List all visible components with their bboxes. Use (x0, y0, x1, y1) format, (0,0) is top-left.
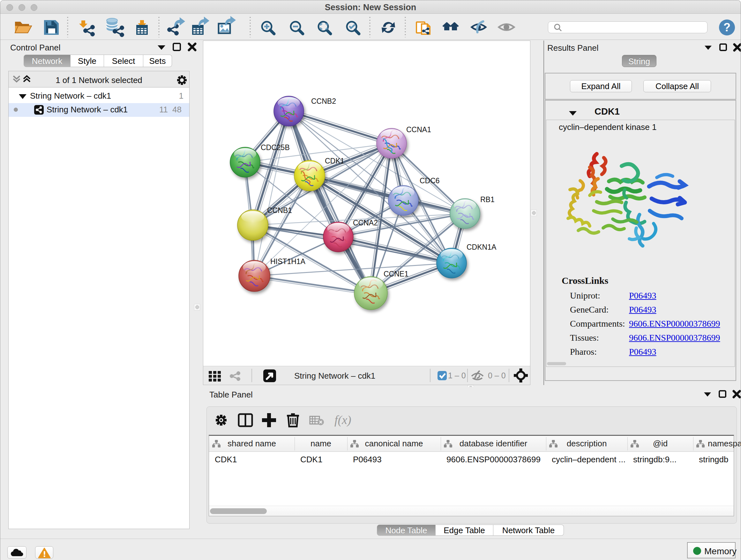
svg-text:CDC25B: CDC25B (261, 143, 290, 152)
svg-text:CCNA1: CCNA1 (406, 125, 431, 134)
svg-text:CCNA2: CCNA2 (353, 219, 378, 227)
svg-text:CDK1: CDK1 (325, 157, 344, 165)
svg-text:String Network – cdk1: String Network – cdk1 (294, 371, 375, 381)
svg-text:?: ? (724, 21, 731, 34)
svg-text:CCNB2: CCNB2 (311, 97, 336, 105)
svg-text:CDKN1A: CDKN1A (467, 243, 496, 251)
svg-text:HIST1H1A: HIST1H1A (270, 257, 306, 266)
svg-text:0 – 0: 0 – 0 (488, 371, 506, 380)
svg-text:f(x): f(x) (334, 413, 351, 427)
svg-text:CDC6: CDC6 (420, 177, 440, 185)
svg-text:CCNB1: CCNB1 (267, 206, 292, 214)
svg-text:CCNE1: CCNE1 (384, 270, 408, 278)
svg-text:1 – 0: 1 – 0 (448, 371, 466, 380)
svg-text:RB1: RB1 (480, 195, 495, 204)
